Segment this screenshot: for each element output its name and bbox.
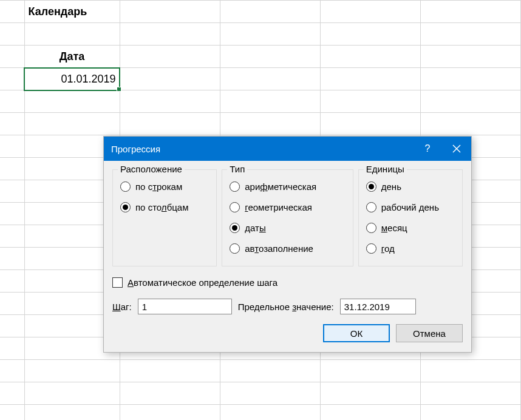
- dialog-body: Расположение по строкам по столбцам Тип …: [104, 161, 471, 352]
- cell[interactable]: [420, 1, 520, 23]
- radio-month[interactable]: месяц: [366, 217, 455, 238]
- radio-day[interactable]: день: [366, 176, 455, 197]
- cell[interactable]: [420, 382, 520, 405]
- cell[interactable]: [24, 382, 120, 405]
- close-icon: [452, 144, 461, 153]
- cell[interactable]: [0, 90, 24, 113]
- cell[interactable]: [320, 23, 420, 46]
- radio-icon: [366, 202, 376, 212]
- help-button[interactable]: ?: [413, 137, 442, 161]
- radio-columns[interactable]: по столбцам: [120, 197, 209, 217]
- titlebar[interactable]: Прогрессия ?: [104, 137, 471, 161]
- cell[interactable]: [120, 23, 220, 46]
- cell[interactable]: [24, 360, 120, 382]
- radio-dates[interactable]: даты: [230, 217, 345, 238]
- cell[interactable]: [24, 113, 120, 135]
- cell[interactable]: [0, 225, 24, 248]
- cell[interactable]: [320, 360, 420, 382]
- cell[interactable]: [0, 180, 24, 203]
- cell[interactable]: [220, 1, 320, 23]
- cell[interactable]: [0, 113, 24, 135]
- cell[interactable]: [120, 68, 220, 90]
- cell[interactable]: [220, 46, 320, 68]
- radio-year[interactable]: год: [366, 238, 455, 259]
- radio-icon: [366, 223, 376, 233]
- cell[interactable]: [0, 203, 24, 225]
- cell[interactable]: [320, 46, 420, 68]
- cell[interactable]: [220, 360, 320, 382]
- group-type: Тип арифметическая геометрическая даты а…: [222, 169, 353, 266]
- cell[interactable]: [0, 337, 24, 360]
- cell[interactable]: [0, 270, 24, 293]
- cell[interactable]: [120, 360, 220, 382]
- cell[interactable]: [320, 405, 420, 421]
- cell[interactable]: [0, 315, 24, 337]
- radio-icon: [230, 223, 240, 233]
- close-button[interactable]: [442, 137, 471, 161]
- cell[interactable]: [420, 405, 520, 421]
- cell[interactable]: [320, 113, 420, 135]
- cell[interactable]: [24, 90, 120, 113]
- checkbox-trend[interactable]: Автоматическое определение шага: [112, 277, 463, 288]
- radio-icon: [120, 181, 131, 192]
- cell[interactable]: [0, 68, 24, 90]
- cell[interactable]: [420, 360, 520, 382]
- cell[interactable]: [0, 135, 24, 158]
- cell[interactable]: [24, 23, 120, 46]
- cell[interactable]: [24, 405, 120, 421]
- cell[interactable]: [0, 405, 24, 421]
- cell[interactable]: [320, 1, 420, 23]
- cell[interactable]: [0, 23, 24, 46]
- radio-icon: [366, 181, 376, 192]
- radio-icon: [230, 202, 240, 212]
- radio-weekday[interactable]: рабочий день: [366, 197, 455, 217]
- cell[interactable]: [120, 1, 220, 23]
- radio-label: рабочий день: [381, 202, 439, 212]
- cell-header[interactable]: Дата: [24, 46, 120, 68]
- cell[interactable]: [220, 405, 320, 421]
- stop-input[interactable]: [340, 299, 416, 314]
- cell[interactable]: [0, 248, 24, 270]
- cell[interactable]: [220, 382, 320, 405]
- step-input[interactable]: [138, 299, 232, 314]
- ok-button[interactable]: ОК: [323, 324, 390, 342]
- cell[interactable]: [220, 23, 320, 46]
- radio-label: автозаполнение: [245, 243, 313, 254]
- selected-cell[interactable]: 01.01.2019: [24, 68, 120, 90]
- cell[interactable]: [320, 68, 420, 90]
- radio-rows[interactable]: по строкам: [120, 176, 209, 197]
- cell[interactable]: [120, 382, 220, 405]
- cell[interactable]: [420, 68, 520, 90]
- group-legend-location: Расположение: [118, 164, 185, 174]
- cell[interactable]: [120, 46, 220, 68]
- cell[interactable]: [420, 46, 520, 68]
- radio-label: день: [381, 181, 401, 192]
- cell[interactable]: [320, 90, 420, 113]
- cancel-button[interactable]: Отмена: [396, 324, 463, 342]
- cell[interactable]: [220, 68, 320, 90]
- radio-label: по строкам: [135, 181, 182, 192]
- radio-geometric[interactable]: геометрическая: [230, 197, 345, 217]
- cell[interactable]: [0, 293, 24, 315]
- cell[interactable]: [420, 90, 520, 113]
- cell-title[interactable]: Календарь: [24, 1, 120, 23]
- cell[interactable]: [0, 158, 24, 180]
- cell[interactable]: [0, 1, 24, 23]
- series-dialog: Прогрессия ? Расположение по строкам по …: [103, 136, 472, 353]
- cell[interactable]: [220, 113, 320, 135]
- cell[interactable]: [320, 382, 420, 405]
- cell[interactable]: [120, 405, 220, 421]
- cell[interactable]: [0, 360, 24, 382]
- cell[interactable]: [0, 46, 24, 68]
- cell[interactable]: [220, 90, 320, 113]
- cell[interactable]: [0, 382, 24, 405]
- radio-label: даты: [245, 223, 265, 233]
- radio-label: геометрическая: [245, 202, 312, 212]
- radio-autofill[interactable]: автозаполнение: [230, 238, 345, 259]
- cell[interactable]: [420, 113, 520, 135]
- cell[interactable]: [120, 113, 220, 135]
- radio-arithmetic[interactable]: арифметическая: [230, 176, 345, 197]
- cell[interactable]: [420, 23, 520, 46]
- stop-label: Предельное значение:: [238, 302, 334, 312]
- cell[interactable]: [120, 90, 220, 113]
